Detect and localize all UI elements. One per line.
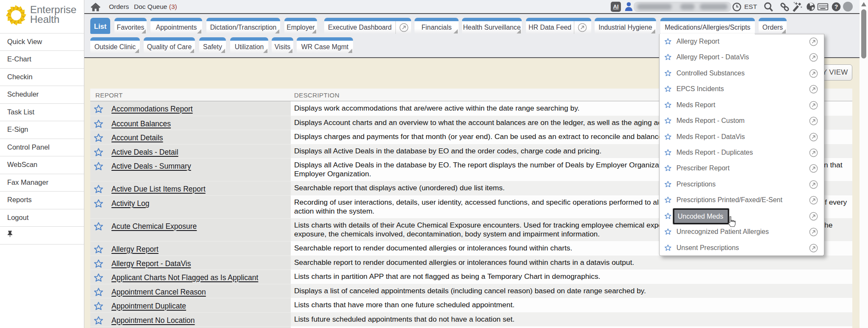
svg-text:?: ? (835, 3, 838, 10)
